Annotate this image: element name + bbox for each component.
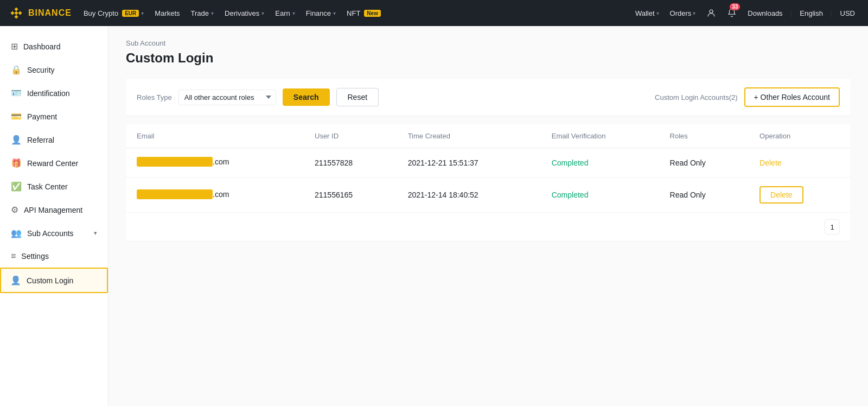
- sidebar-item-identification[interactable]: 🪪 Identification: [0, 81, 108, 105]
- accounts-table: Email User ID Time Created Email Verific…: [126, 124, 851, 212]
- nav-finance[interactable]: Finance ▾: [301, 0, 341, 26]
- settings-icon: ≡: [11, 251, 16, 261]
- cell-operation-1: Delete: [749, 148, 851, 177]
- cell-roles-1: Read Only: [659, 148, 749, 177]
- svg-point-6: [710, 10, 713, 13]
- nav-divider-2: |: [829, 9, 834, 17]
- sidebar-item-payment-label: Payment: [27, 112, 57, 121]
- pagination: 1: [126, 212, 851, 241]
- custom-login-accounts-count: Custom Login Accounts(2): [655, 93, 737, 101]
- nav-earn[interactable]: Earn ▾: [270, 0, 300, 26]
- page-number-1[interactable]: 1: [825, 219, 840, 234]
- eur-badge: EUR: [122, 10, 139, 17]
- col-email: Email: [126, 124, 304, 148]
- col-email-verification: Email Verification: [541, 124, 659, 148]
- sidebar-item-task-center-label: Task Center: [27, 182, 68, 191]
- nav-buy-crypto[interactable]: Buy Crypto EUR ▾: [78, 0, 149, 26]
- nav-nft[interactable]: NFT New: [341, 0, 386, 26]
- nav-trade[interactable]: Trade ▾: [186, 0, 219, 26]
- sidebar-item-settings[interactable]: ≡ Settings: [0, 245, 108, 268]
- trade-chevron: ▾: [211, 10, 214, 16]
- cell-email-verification-1: Completed: [541, 148, 659, 177]
- sidebar-item-referral-label: Referral: [27, 136, 54, 144]
- sidebar-item-reward-center[interactable]: 🎁 Reward Center: [0, 151, 108, 175]
- sidebar-item-sub-accounts-label: Sub Accounts: [27, 229, 74, 238]
- nav-divider-1: |: [789, 9, 794, 17]
- sidebar-item-sub-accounts[interactable]: 👥 Sub Accounts ▾: [0, 221, 108, 245]
- table-row: .com 211556165 2021-12-14 18:40:52 Compl…: [126, 177, 851, 213]
- sidebar-item-security-label: Security: [27, 66, 55, 74]
- email-redacted-1: .com: [137, 157, 229, 167]
- sidebar-item-custom-login-label: Custom Login: [27, 276, 73, 285]
- security-icon: 🔒: [11, 65, 22, 75]
- nav-downloads[interactable]: Downloads: [743, 0, 787, 26]
- notification-count-badge: 33: [730, 3, 740, 10]
- earn-chevron: ▾: [292, 10, 295, 16]
- logo[interactable]: BINANCE: [9, 5, 72, 21]
- sidebar-item-api-management-label: API Management: [24, 206, 82, 214]
- sidebar-item-payment[interactable]: 💳 Payment: [0, 105, 108, 128]
- sidebar-item-settings-label: Settings: [21, 252, 49, 261]
- cell-user-id-2: 211556165: [304, 177, 397, 213]
- cell-time-1: 2021-12-21 15:51:37: [397, 148, 541, 177]
- delete-button-1[interactable]: Delete: [760, 158, 781, 167]
- cell-email-verification-2: Completed: [541, 177, 659, 213]
- cell-email-2: .com: [126, 177, 304, 213]
- filter-right: Custom Login Accounts(2) + Other Roles A…: [655, 87, 840, 107]
- binance-logo-icon: [9, 5, 24, 21]
- buy-crypto-chevron: ▾: [141, 10, 144, 16]
- other-roles-account-button[interactable]: + Other Roles Account: [744, 87, 840, 107]
- table-header-row: Email User ID Time Created Email Verific…: [126, 124, 851, 148]
- sidebar-item-api-management[interactable]: ⚙ API Management: [0, 198, 108, 221]
- search-button[interactable]: Search: [283, 88, 330, 106]
- cell-roles-2: Read Only: [659, 177, 749, 213]
- nav-markets[interactable]: Markets: [149, 0, 185, 26]
- table-body: .com 211557828 2021-12-21 15:51:37 Compl…: [126, 148, 851, 213]
- delete-button-2[interactable]: Delete: [760, 186, 803, 204]
- nav-profile[interactable]: [702, 0, 720, 26]
- nav-orders[interactable]: Orders ▾: [666, 0, 700, 26]
- topnav: BINANCE Buy Crypto EUR ▾ Markets Trade ▾…: [0, 0, 868, 26]
- nav-language[interactable]: English: [795, 0, 827, 26]
- orders-chevron: ▾: [693, 10, 695, 16]
- main-content: Sub Account Custom Login Roles Type All …: [108, 26, 868, 406]
- cell-user-id-1: 211557828: [304, 148, 397, 177]
- filter-bar: Roles Type All other account roles Read …: [126, 79, 851, 116]
- sub-accounts-chevron: ▾: [94, 230, 97, 237]
- sub-accounts-icon: 👥: [11, 228, 22, 238]
- email-redacted-2: .com: [137, 189, 229, 199]
- sidebar-item-referral[interactable]: 👤 Referral: [0, 128, 108, 151]
- reset-button[interactable]: Reset: [336, 88, 379, 106]
- identification-icon: 🪪: [11, 88, 22, 98]
- reward-center-icon: 🎁: [11, 158, 22, 168]
- nav-notifications[interactable]: 33: [723, 0, 741, 26]
- binance-wordmark: BINANCE: [28, 8, 72, 18]
- email-verification-status-1: Completed: [552, 158, 589, 167]
- api-management-icon: ⚙: [11, 205, 18, 215]
- col-time-created: Time Created: [397, 124, 541, 148]
- custom-login-icon: 👤: [10, 275, 21, 286]
- cell-email-1: .com: [126, 148, 304, 177]
- nav-wallet[interactable]: Wallet ▾: [631, 0, 663, 26]
- cell-operation-2: Delete: [749, 177, 851, 213]
- roles-type-label: Roles Type: [137, 93, 172, 101]
- col-roles: Roles: [659, 124, 749, 148]
- sidebar-item-dashboard[interactable]: ⊞ Dashboard: [0, 35, 108, 58]
- sidebar-item-security[interactable]: 🔒 Security: [0, 58, 108, 81]
- derivatives-chevron: ▾: [261, 10, 264, 16]
- sidebar-item-identification-label: Identification: [27, 89, 70, 98]
- table-header: Email User ID Time Created Email Verific…: [126, 124, 851, 148]
- breadcrumb: Sub Account: [126, 39, 851, 47]
- nav-derivatives[interactable]: Derivatives ▾: [219, 0, 270, 26]
- sidebar: ⊞ Dashboard 🔒 Security 🪪 Identification …: [0, 26, 108, 406]
- roles-type-select[interactable]: All other account roles Read Only Operat…: [178, 90, 276, 105]
- sidebar-item-custom-login[interactable]: 👤 Custom Login: [0, 268, 108, 293]
- nav-currency[interactable]: USD: [836, 0, 859, 26]
- sidebar-item-task-center[interactable]: ✅ Task Center: [0, 175, 108, 198]
- email-bar-1: [137, 157, 213, 167]
- email-verification-status-2: Completed: [552, 191, 589, 199]
- sidebar-item-reward-center-label: Reward Center: [27, 159, 78, 168]
- table-row: .com 211557828 2021-12-21 15:51:37 Compl…: [126, 148, 851, 177]
- email-bar-2: [137, 189, 213, 199]
- referral-icon: 👤: [11, 135, 22, 145]
